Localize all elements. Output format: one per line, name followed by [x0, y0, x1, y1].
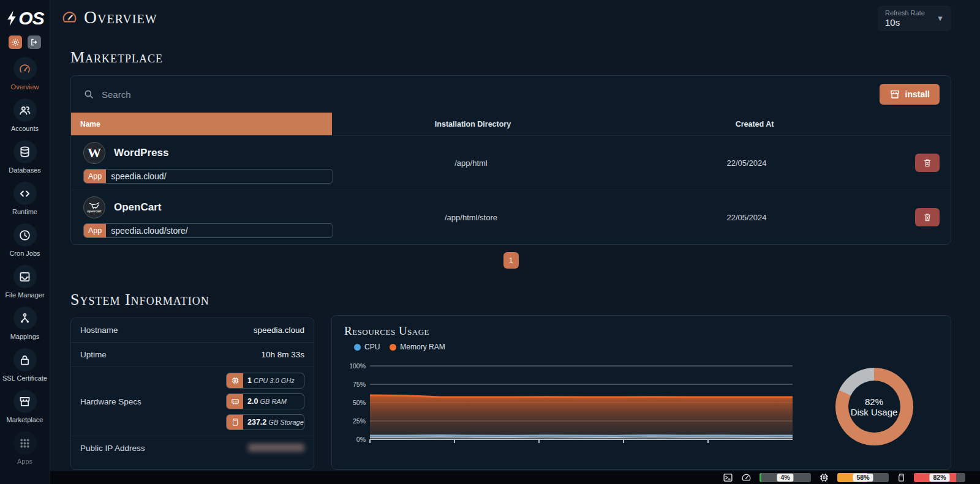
load-meter-value: 4%: [777, 474, 793, 482]
logo-text: OS: [18, 8, 43, 29]
app-badge: App: [84, 169, 106, 183]
logout-button[interactable]: [28, 35, 41, 49]
sidebar: OS Overview Accounts Databases Runtime C…: [0, 0, 50, 484]
cpu-unit: CPU 3.0 GHz: [254, 377, 295, 384]
sidebar-item-runtime[interactable]: Runtime: [0, 182, 50, 215]
app-logo: OS: [6, 6, 43, 31]
chip-icon: [819, 472, 829, 483]
hardware-specs-label: Hardware Specs: [80, 397, 141, 406]
sidebar-item-label: Accounts: [11, 125, 39, 132]
system-information-section: System Information Hostname speedia.clou…: [70, 291, 951, 470]
disk-meter-value: 82%: [929, 474, 949, 482]
svg-text:25%: 25%: [353, 417, 366, 424]
sidebar-item-label: Mappings: [10, 333, 40, 340]
sidebar-item-cron-jobs[interactable]: Cron Jobs: [0, 223, 50, 257]
search-input[interactable]: [102, 89, 285, 100]
install-button[interactable]: install: [880, 84, 940, 105]
install-directory: /app/html: [333, 158, 609, 168]
sidebar-item-overview[interactable]: Overview: [0, 57, 50, 91]
system-information-title: System Information: [70, 291, 951, 309]
ram-icon: [231, 397, 239, 406]
system-info-card: Hostname speedia.cloud Uptime 10h 8m 33s…: [70, 318, 314, 470]
sidebar-item-databases[interactable]: Databases: [0, 140, 50, 174]
ram-unit: GB RAM: [260, 398, 286, 405]
trash-x-icon: [922, 212, 932, 222]
disk-meter: 82%: [914, 473, 965, 482]
lock-icon: [18, 354, 31, 367]
created-at: 22/05/2024: [609, 213, 884, 222]
created-at: 22/05/2024: [609, 158, 884, 168]
status-bar: 4% 58% 82%: [50, 471, 980, 484]
hardware-chip-cpu: 1 CPU 3.0 GHz: [226, 373, 304, 389]
memory-meter-value: 58%: [853, 474, 873, 482]
table-header: Name Installation Directory Created At: [71, 113, 951, 136]
refresh-rate-label: Refresh Rate: [885, 9, 925, 17]
cpu-legend-dot: [354, 344, 361, 351]
sidebar-item-ssl-certificate[interactable]: SSL Certificate: [0, 348, 50, 382]
storage-icon: [231, 418, 239, 426]
column-header-name[interactable]: Name: [71, 113, 332, 135]
gear-icon: [11, 38, 20, 47]
disk-usage-label: Disk Usage: [851, 407, 898, 417]
delete-button[interactable]: [915, 208, 940, 226]
sidebar-nav: Overview Accounts Databases Runtime Cron…: [0, 57, 50, 473]
people-icon: [18, 104, 31, 117]
hostname-value: speedia.cloud: [254, 326, 304, 335]
app-url-field[interactable]: App speedia.cloud/store/: [83, 223, 333, 238]
sidebar-item-label: SSL Certificate: [2, 374, 47, 382]
column-header-created[interactable]: Created At: [614, 113, 895, 135]
hostname-label: Hostname: [80, 326, 118, 335]
svg-text:0%: 0%: [356, 435, 366, 442]
svg-text:100%: 100%: [349, 362, 366, 370]
page-title: Overview: [84, 7, 157, 28]
terminal-icon[interactable]: [723, 472, 733, 483]
sidebar-item-label: Cron Jobs: [9, 250, 40, 257]
resources-usage-title: Resources Usage: [344, 324, 938, 338]
chart-legend: CPU Memory RAM: [354, 343, 938, 351]
sidebar-item-label: Marketplace: [7, 416, 43, 423]
sidebar-item-accounts[interactable]: Accounts: [0, 99, 50, 132]
sidebar-item-label: Databases: [9, 166, 41, 174]
pagination-page-button[interactable]: 1: [503, 252, 519, 269]
sidebar-item-marketplace[interactable]: Marketplace: [0, 390, 50, 423]
hardware-chip-ram: 2.0 GB RAM: [226, 393, 304, 409]
store-icon: [889, 89, 900, 100]
svg-text:50%: 50%: [353, 398, 366, 406]
load-meter: 4%: [760, 473, 811, 482]
uptime-value: 10h 8m 33s: [261, 350, 304, 359]
table-row: opencart OpenCart App speedia.cloud/stor…: [71, 190, 951, 244]
hardware-chip-storage: 237.2 GB Storage: [226, 414, 304, 430]
main-area: Overview Refresh Rate 10s ▼ Marketplace: [50, 0, 980, 471]
storage-unit: GB Storage: [268, 419, 303, 426]
database-icon: [18, 146, 31, 158]
opencart-logo: opencart: [83, 196, 105, 218]
delete-button[interactable]: [915, 154, 940, 172]
app-url: speedia.cloud/store/: [106, 226, 187, 236]
legend-memory: Memory RAM: [390, 343, 445, 351]
app-name: WordPress: [114, 147, 168, 159]
column-header-directory[interactable]: Installation Directory: [332, 113, 614, 135]
app-url-field[interactable]: App speedia.cloud/: [83, 169, 333, 184]
resources-usage-card: Resources Usage CPU Memory RAM: [331, 315, 951, 470]
public-ip-label: Public IP Address: [80, 444, 145, 453]
disk-usage-donut: 82% Disk Usage: [835, 368, 913, 445]
refresh-rate-value: 10s: [885, 17, 925, 28]
sidebar-item-label: Overview: [11, 83, 39, 91]
marketplace-section: Marketplace install Name Installation Di…: [70, 48, 951, 269]
memory-meter: 58%: [837, 473, 889, 482]
trash-x-icon: [922, 158, 932, 168]
sidebar-item-file-manager[interactable]: File Manager: [0, 265, 50, 299]
cpu-icon: [231, 376, 239, 385]
app-url: speedia.cloud/: [106, 171, 166, 181]
cpu-value: 1: [247, 376, 252, 385]
search-icon: [83, 89, 94, 100]
sidebar-item-mappings[interactable]: Mappings: [0, 307, 50, 340]
settings-button[interactable]: [9, 35, 22, 49]
sidebar-item-apps[interactable]: Apps: [0, 431, 50, 465]
ram-value: 2.0: [247, 397, 258, 406]
svg-text:75%: 75%: [353, 380, 366, 387]
table-row: W WordPress App speedia.cloud/ /app/html…: [71, 136, 951, 190]
gauge-icon: [741, 472, 752, 483]
logout-icon: [30, 38, 39, 47]
refresh-rate-select[interactable]: Refresh Rate 10s ▼: [878, 6, 951, 31]
